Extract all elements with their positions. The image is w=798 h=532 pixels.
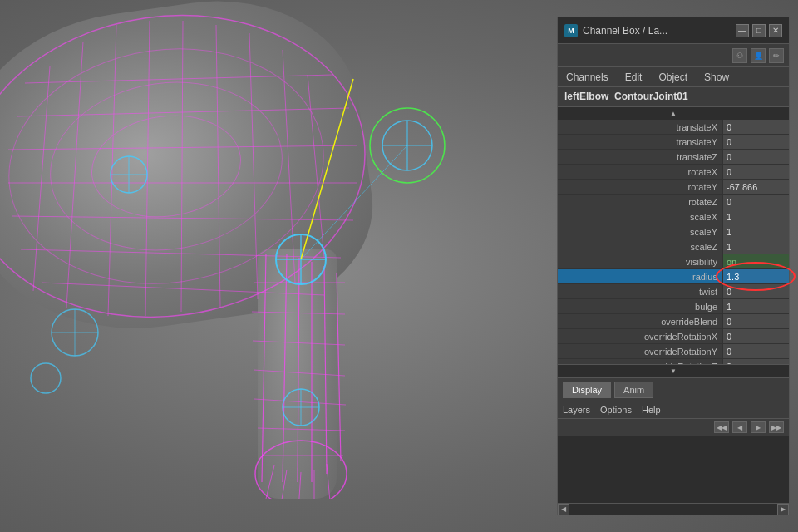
channel-value-field[interactable]: 1.3: [722, 269, 789, 283]
horizontal-scrollbar[interactable]: ◀ ▶: [558, 503, 789, 515]
channel-name-label: visibility: [558, 257, 722, 267]
channel-value-field[interactable]: 0: [722, 150, 789, 164]
show-menu[interactable]: Show: [701, 70, 732, 85]
selected-object-name: leftElbow_ContourJoint01: [558, 87, 789, 106]
channel-row[interactable]: visibilityon: [558, 254, 789, 269]
channel-row[interactable]: scaleX1: [558, 209, 789, 224]
arm-mesh-3d: [258, 249, 337, 499]
scroll-up-button[interactable]: ▲: [558, 106, 789, 120]
channel-name-label: overrideBlend: [558, 317, 722, 327]
layer-arrow-right-alt-icon[interactable]: ▶: [751, 421, 766, 433]
rig-icon[interactable]: ⚇: [732, 48, 747, 63]
channel-name-label: twist: [558, 287, 722, 297]
layers-menu-bar: Layers Options Help: [558, 401, 789, 419]
title-bar[interactable]: M Channel Box / La... — □ ✕: [558, 17, 789, 44]
channel-name-label: overrideRotationY: [558, 347, 722, 357]
display-tab[interactable]: Display: [563, 382, 611, 398]
channel-value-field[interactable]: 0: [722, 329, 789, 343]
channel-name-label: rotateX: [558, 167, 722, 177]
channel-value-field[interactable]: 0: [722, 284, 789, 298]
svg-point-54: [382, 121, 432, 170]
pen-icon[interactable]: ✏: [769, 48, 784, 63]
channel-row[interactable]: rotateY-67.866: [558, 180, 789, 195]
layer-arrow-left-alt-icon[interactable]: ◀: [732, 421, 747, 433]
channel-value-field[interactable]: 0: [722, 359, 789, 364]
layer-arrow-right-icon[interactable]: ▶▶: [769, 421, 784, 433]
channel-row[interactable]: scaleY1: [558, 224, 789, 239]
app-icon: M: [564, 24, 578, 37]
svg-point-53: [370, 108, 445, 183]
channel-name-label: bulge: [558, 302, 722, 312]
scroll-track[interactable]: [569, 504, 777, 515]
channel-row[interactable]: translateY0: [558, 135, 789, 150]
channel-value-field[interactable]: on: [722, 254, 789, 268]
channel-value-field[interactable]: 0: [722, 165, 789, 179]
channel-name-label: scaleY: [558, 227, 722, 237]
toolbar: ⚇ 👤 ✏: [558, 44, 789, 67]
channel-value-field[interactable]: 0: [722, 135, 789, 149]
channel-row[interactable]: overrideRotationZ0: [558, 359, 789, 364]
person-icon[interactable]: 👤: [751, 48, 766, 63]
channel-row[interactable]: rotateZ0: [558, 195, 789, 209]
channel-value-field[interactable]: 1: [722, 209, 789, 224]
channel-name-label: rotateY: [558, 182, 722, 192]
scroll-left-button[interactable]: ◀: [558, 504, 569, 515]
channel-row[interactable]: overrideBlend0: [558, 314, 789, 329]
channel-list[interactable]: translateX0translateY0translateZ0rotateX…: [558, 120, 789, 364]
menu-bar: Channels Edit Object Show: [558, 67, 789, 87]
channel-row[interactable]: translateX0: [558, 120, 789, 135]
channel-name-label: scaleZ: [558, 242, 722, 252]
channel-name-label: rotateZ: [558, 197, 722, 207]
channel-name-label: translateZ: [558, 152, 722, 162]
channel-name-label: translateY: [558, 137, 722, 147]
object-menu[interactable]: Object: [655, 70, 691, 85]
channel-row[interactable]: translateZ0: [558, 150, 789, 165]
channel-value-field[interactable]: -67.866: [722, 180, 789, 194]
layer-arrow-left-icon[interactable]: ◀◀: [714, 421, 729, 433]
tabs-section: Display Anim: [558, 377, 789, 401]
channel-name-label: radius: [558, 272, 722, 282]
maximize-button[interactable]: □: [752, 24, 766, 37]
layers-content: [558, 436, 789, 503]
channel-row[interactable]: twist0: [558, 284, 789, 299]
layers-toolbar: ◀◀ ◀ ▶ ▶▶: [558, 419, 789, 436]
channel-value-field[interactable]: 1: [722, 299, 789, 313]
channel-row[interactable]: overrideRotationX0: [558, 329, 789, 344]
channel-value-field[interactable]: 1: [722, 224, 789, 239]
scroll-down-button[interactable]: ▼: [558, 364, 789, 377]
channel-name-label: overrideRotationZ: [558, 362, 722, 365]
channel-name-label: scaleX: [558, 212, 722, 222]
channel-value-field[interactable]: 0: [722, 120, 789, 134]
channel-name-label: overrideRotationX: [558, 332, 722, 342]
anim-tab[interactable]: Anim: [614, 382, 653, 398]
options-menu-item[interactable]: Options: [600, 405, 632, 415]
minimize-button[interactable]: —: [736, 24, 749, 37]
channel-box-panel: M Channel Box / La... — □ ✕ ⚇ 👤 ✏ Channe…: [557, 17, 790, 515]
svg-point-51: [31, 363, 61, 393]
svg-line-25: [337, 273, 341, 461]
scroll-right-button[interactable]: ▶: [777, 504, 789, 515]
title-bar-buttons: — □ ✕: [736, 24, 782, 37]
channel-row[interactable]: scaleZ1: [558, 239, 789, 254]
channel-row[interactable]: bulge1: [558, 299, 789, 314]
channel-value-field[interactable]: 1: [722, 239, 789, 254]
help-menu-item[interactable]: Help: [642, 405, 661, 415]
channel-value-field[interactable]: 0: [722, 195, 789, 209]
close-button[interactable]: ✕: [769, 24, 782, 37]
layers-menu-item[interactable]: Layers: [563, 405, 590, 415]
edit-menu[interactable]: Edit: [622, 70, 646, 85]
channel-value-field[interactable]: 0: [722, 314, 789, 328]
channel-row[interactable]: overrideRotationY0: [558, 344, 789, 359]
channel-row[interactable]: rotateX0: [558, 165, 789, 180]
channel-value-field[interactable]: 0: [722, 344, 789, 358]
channels-menu[interactable]: Channels: [563, 70, 612, 85]
channel-row[interactable]: radius1.3: [558, 269, 789, 284]
channel-name-label: translateX: [558, 122, 722, 132]
title-text: Channel Box / La...: [583, 25, 736, 37]
